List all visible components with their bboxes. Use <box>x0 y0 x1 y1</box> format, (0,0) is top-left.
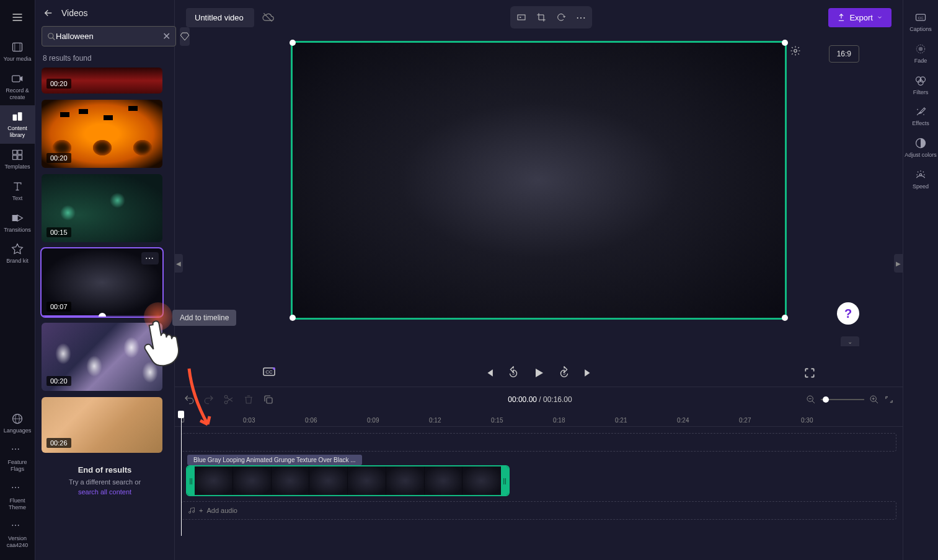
search-all-link[interactable]: search all content <box>78 488 131 496</box>
more-tools-button[interactable]: ⋯ <box>572 9 590 26</box>
nav-version[interactable]: ⋯ Version caa4240 <box>0 515 35 554</box>
end-of-results: End of results Try a different search or… <box>42 459 168 503</box>
svg-point-27 <box>919 46 923 51</box>
ruler-mark: 0:30 <box>801 417 813 424</box>
zoom-handle[interactable] <box>823 396 829 403</box>
nav-fluent-theme[interactable]: ⋯ Fluent Theme <box>0 478 35 516</box>
results-count: 8 results found <box>35 51 174 65</box>
zoom-in-button[interactable] <box>869 395 879 405</box>
content-library-panel: Videos ✕ 8 results found 00:20 00:20 00:… <box>35 0 175 560</box>
nav-transitions[interactable]: Transitions <box>0 207 35 238</box>
nav-label: Content library <box>1 125 34 139</box>
timeline-clip[interactable]: || || <box>186 465 510 496</box>
captions-toggle[interactable]: CC <box>262 364 277 382</box>
nav-label: Languages <box>4 427 32 434</box>
clip-trim-left[interactable]: || <box>187 466 195 495</box>
video-title-input[interactable] <box>186 8 254 27</box>
aspect-ratio-button[interactable]: 16:9 <box>829 45 859 63</box>
svg-rect-1 <box>12 76 20 82</box>
nav-adjust-colors[interactable]: Adjust colors <box>903 132 939 164</box>
nav-templates[interactable]: Templates <box>0 144 35 175</box>
export-button[interactable]: Export <box>828 8 892 27</box>
clear-search-button[interactable]: ✕ <box>162 30 170 42</box>
help-button[interactable]: ? <box>837 302 859 325</box>
zoom-fit-button[interactable] <box>884 395 894 405</box>
video-duration: 00:26 <box>46 438 71 448</box>
resize-handle[interactable] <box>290 315 296 321</box>
crop-button[interactable] <box>533 9 550 26</box>
library-icon <box>11 110 24 123</box>
nav-label: Version caa4240 <box>1 535 34 549</box>
svg-rect-4 <box>13 150 17 154</box>
preview-canvas[interactable]: 16:9 <box>291 41 787 320</box>
nav-languages[interactable]: Languages <box>0 408 35 439</box>
rotate-button[interactable] <box>552 9 570 26</box>
video-track[interactable]: Blue Gray Looping Animated Grunge Textur… <box>181 457 896 496</box>
filters-icon <box>914 74 927 87</box>
nav-filters[interactable]: Filters <box>903 69 939 101</box>
expand-properties-button[interactable]: ⌄ <box>841 336 859 346</box>
ruler-mark: 0:09 <box>367 417 379 424</box>
collapse-panel-button[interactable]: ◀ <box>174 254 183 273</box>
resize-handle[interactable] <box>782 40 788 46</box>
video-result-item[interactable]: 00:26 <box>42 397 162 453</box>
video-duration: 00:20 <box>46 376 71 386</box>
timeline-ruler[interactable]: 0 0:03 0:06 0:09 0:12 0:15 0:18 0:21 0:2… <box>175 412 903 427</box>
dots-icon: ⋯ <box>11 520 24 533</box>
audio-track[interactable]: + Add audio <box>181 501 896 520</box>
nav-speed[interactable]: Speed <box>903 164 939 195</box>
video-result-item[interactable]: 00:20 <box>42 68 162 94</box>
total-time: 00:16.00 <box>543 395 572 404</box>
back-button[interactable] <box>43 7 54 19</box>
video-result-item[interactable]: 00:15 <box>42 174 162 242</box>
speed-icon <box>914 168 927 181</box>
forward-5s-button[interactable]: 5 <box>557 366 571 380</box>
fit-to-frame-button[interactable] <box>513 9 530 26</box>
video-result-item[interactable]: 00:20 <box>42 100 162 168</box>
zoom-out-button[interactable] <box>806 395 816 405</box>
clip-trim-right[interactable]: || <box>501 466 508 495</box>
fullscreen-button[interactable] <box>803 367 816 379</box>
video-more-options[interactable]: ⋯ <box>141 252 159 265</box>
hamburger-menu[interactable] <box>5 5 30 30</box>
zoom-slider[interactable] <box>821 399 864 400</box>
nav-label: Adjust colors <box>905 152 937 159</box>
nav-brand-kit[interactable]: Brand kit <box>0 238 35 269</box>
cloud-sync-off-icon[interactable] <box>262 11 274 24</box>
empty-track[interactable] <box>181 433 896 452</box>
transitions-icon <box>11 212 24 224</box>
nav-feature-flags[interactable]: ⋯ Feature Flags <box>0 439 35 478</box>
scrubber-handle[interactable] <box>99 313 106 317</box>
nav-captions[interactable]: CC Captions <box>903 6 939 38</box>
video-result-item[interactable]: ⋯ 00:07 <box>42 248 162 317</box>
search-input[interactable] <box>56 32 160 41</box>
globe-icon <box>11 413 24 425</box>
nav-record-create[interactable]: Record & create <box>0 68 35 106</box>
skip-end-button[interactable] <box>582 367 595 379</box>
resize-handle[interactable] <box>782 315 788 321</box>
svg-point-32 <box>917 109 918 110</box>
duplicate-button[interactable] <box>263 394 274 405</box>
skip-start-button[interactable] <box>483 367 495 379</box>
nav-label: Templates <box>4 164 30 170</box>
svg-rect-3 <box>18 113 22 121</box>
ruler-mark: 0:06 <box>305 417 317 424</box>
play-button[interactable] <box>531 365 546 380</box>
nav-effects[interactable]: Effects <box>903 100 939 132</box>
playhead[interactable] <box>181 412 182 536</box>
adjust-icon <box>914 137 927 149</box>
search-box[interactable]: ✕ <box>42 26 176 46</box>
resize-handle[interactable] <box>290 40 296 46</box>
delete-button[interactable] <box>243 394 254 405</box>
split-button[interactable] <box>223 394 234 405</box>
back-5s-button[interactable]: 5 <box>507 366 520 380</box>
canvas-tools: ⋯ <box>510 6 592 28</box>
timeline-tracks[interactable]: Blue Gray Looping Animated Grunge Textur… <box>175 427 903 560</box>
nav-fade[interactable]: Fade <box>903 38 939 69</box>
nav-content-library[interactable]: Content library <box>0 105 35 144</box>
dots-icon: ⋯ <box>576 12 586 24</box>
nav-your-media[interactable]: Your media <box>0 36 35 68</box>
collapse-right-panel-button[interactable]: ▶ <box>894 254 903 273</box>
nav-text[interactable]: Text <box>0 175 35 207</box>
canvas-settings-button[interactable] <box>790 45 801 56</box>
